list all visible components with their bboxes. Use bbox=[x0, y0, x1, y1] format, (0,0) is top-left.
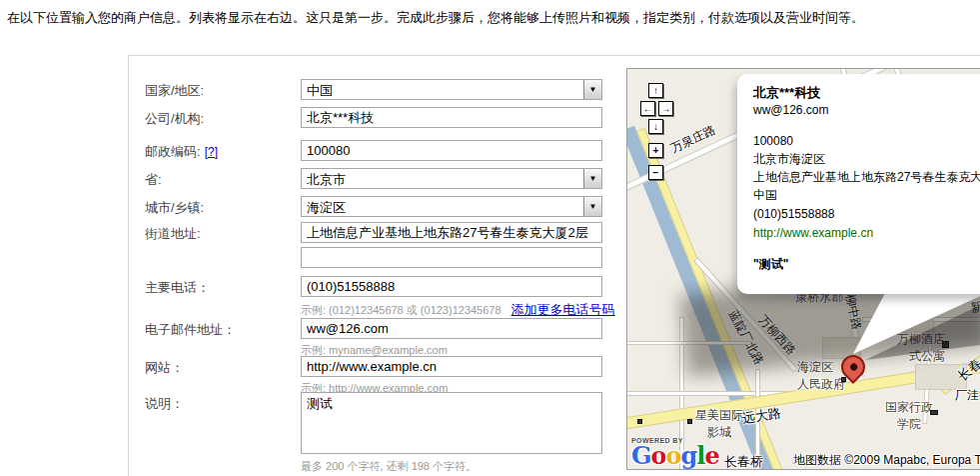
chevron-down-icon[interactable]: ▼ bbox=[583, 197, 601, 216]
logo-letter: o bbox=[651, 441, 666, 470]
infowindow-email: ww@126.com bbox=[753, 101, 980, 119]
zoom-in-button[interactable]: + bbox=[648, 143, 663, 158]
website-label: 网站： bbox=[145, 359, 297, 377]
description-textarea[interactable]: 测试 bbox=[301, 392, 602, 454]
description-label: 说明： bbox=[145, 395, 297, 413]
zoom-out-button[interactable]: − bbox=[648, 165, 663, 180]
infowindow: 北京***科技 ww@126.com 100080 北京市海淀区 上地信息产业基… bbox=[737, 74, 980, 294]
infowindow-website-link[interactable]: http://www.example.cn bbox=[753, 224, 980, 242]
page-instruction: 在以下位置输入您的商户信息。列表将显示在右边。这只是第一步。完成此步骤后，您将能… bbox=[7, 9, 864, 27]
poi-line: 星美国际 bbox=[695, 408, 743, 422]
poi-icon bbox=[637, 419, 642, 424]
country-select[interactable]: 中国 ▼ bbox=[301, 79, 602, 100]
poi-line: 影城 bbox=[695, 424, 743, 441]
poi-line: 人民政府 bbox=[797, 376, 845, 393]
city-select-value: 海淀区 bbox=[307, 199, 346, 217]
province-select[interactable]: 北京市 ▼ bbox=[301, 168, 602, 189]
street-input-2[interactable] bbox=[301, 247, 602, 268]
street-label: 街道地址: bbox=[145, 225, 297, 243]
country-select-value: 中国 bbox=[307, 82, 333, 100]
road-label-changchun-bridge: 长春桥 bbox=[724, 453, 763, 470]
email-input[interactable] bbox=[301, 318, 602, 339]
row-phone: 主要电话： bbox=[129, 276, 628, 298]
city-label: 城市/乡镇: bbox=[145, 199, 297, 217]
company-input[interactable] bbox=[301, 107, 602, 128]
logo-letter: G bbox=[631, 441, 651, 470]
pan-up-button[interactable]: ↑ bbox=[648, 83, 663, 98]
pan-down-button[interactable]: ↓ bbox=[648, 119, 663, 134]
infowindow-region: 北京市海淀区 bbox=[753, 150, 980, 168]
phone-hint: 示例: (012)12345678 或 (0123)12345678添加更多电话… bbox=[301, 301, 615, 319]
infowindow-street: 上地信息产业基地上地东路27号春生泰克大厦2层 bbox=[753, 168, 980, 186]
infowindow-country: 中国 bbox=[753, 186, 980, 204]
school-icon bbox=[930, 410, 938, 415]
pan-right-button[interactable]: → bbox=[658, 101, 673, 116]
road-label-changwa-partial: 厂洼街 bbox=[955, 387, 980, 404]
phone-input[interactable] bbox=[301, 276, 602, 297]
website-input[interactable] bbox=[301, 356, 602, 377]
row-province: 省: 北京市 ▼ bbox=[129, 168, 628, 190]
map-copyright: 地图数据 ©2009 Mapabc, Europa Tech bbox=[793, 452, 980, 469]
row-company: 公司/机构: bbox=[129, 107, 628, 129]
google-logo: Google bbox=[631, 441, 719, 470]
row-country: 国家/地区: 中国 ▼ bbox=[129, 79, 628, 101]
province-select-value: 北京市 bbox=[307, 171, 346, 189]
poi-line: 国家行政 bbox=[885, 400, 933, 414]
add-phone-link[interactable]: 添加更多电话号码 bbox=[511, 302, 615, 317]
description-hint: 最多 200 个字符, 还剩 198 个字符。 bbox=[301, 459, 477, 474]
city-select[interactable]: 海淀区 ▼ bbox=[301, 196, 602, 217]
postal-help-icon[interactable]: [?] bbox=[205, 145, 218, 159]
poi-icon bbox=[687, 419, 692, 424]
postal-input[interactable] bbox=[301, 140, 602, 161]
logo-letter: g bbox=[681, 441, 697, 470]
row-street: 街道地址: bbox=[129, 222, 628, 244]
chevron-down-icon[interactable]: ▼ bbox=[583, 169, 601, 188]
email-label: 电子邮件地址： bbox=[145, 321, 297, 339]
row-city: 城市/乡镇: 海淀区 ▼ bbox=[129, 196, 628, 218]
map-canvas[interactable]: 万泉庄路 康桥水郡 蓝靛厂北路 万柳西路 万柳中路 万柳酒店式公寓 海淀区人民政… bbox=[626, 68, 980, 470]
postal-label: 邮政编码:[?] bbox=[145, 143, 297, 161]
street-input[interactable] bbox=[301, 222, 602, 243]
chevron-down-icon[interactable]: ▼ bbox=[583, 80, 601, 99]
postal-label-text: 邮政编码: bbox=[145, 144, 201, 159]
government-icon bbox=[841, 377, 846, 382]
row-website: 网站： bbox=[129, 356, 628, 378]
poi-label-xingmei: 星美国际影城 bbox=[695, 407, 743, 441]
company-label: 公司/机构: bbox=[145, 110, 297, 128]
logo-letter: o bbox=[666, 441, 681, 470]
pan-left-button[interactable]: ← bbox=[640, 101, 655, 116]
row-description: 说明： 测试 bbox=[129, 392, 628, 462]
row-postal: 邮政编码:[?] bbox=[129, 140, 628, 162]
logo-letter: e bbox=[704, 441, 718, 470]
row-email: 电子邮件地址： bbox=[129, 318, 628, 340]
poi-label-guojia-xingzheng: 国家行政学院 bbox=[885, 399, 933, 433]
row-street2 bbox=[129, 247, 628, 269]
infowindow-postal: 100080 bbox=[753, 132, 980, 150]
infowindow-phone: (010)51558888 bbox=[753, 204, 980, 224]
infowindow-note: "测试" bbox=[753, 256, 980, 273]
country-label: 国家/地区: bbox=[145, 82, 297, 100]
phone-label: 主要电话： bbox=[145, 279, 297, 297]
poi-line: 学院 bbox=[885, 416, 933, 433]
infowindow-title: 北京***科技 bbox=[753, 84, 980, 101]
phone-hint-text: 示例: (012)12345678 或 (0123)12345678 bbox=[301, 304, 501, 316]
province-label: 省: bbox=[145, 171, 297, 189]
